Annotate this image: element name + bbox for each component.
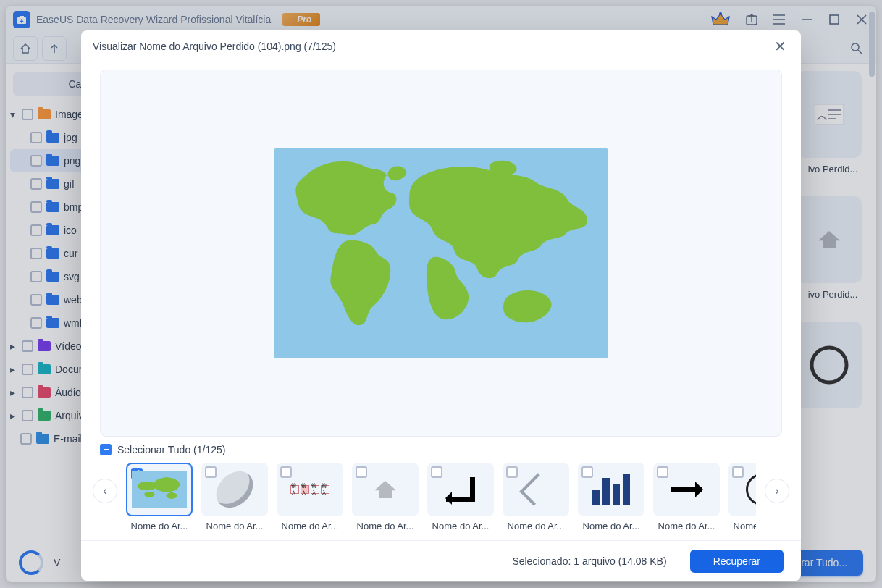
thumbnail-label: Nome do Ar... <box>503 521 569 532</box>
selection-status: Selecionado: 1 arquivo (14.08 KB) <box>512 555 666 567</box>
thumbnail-checkbox[interactable] <box>356 466 367 478</box>
thumbnail-label: Nome do Ar... <box>728 521 756 532</box>
filmstrip: ‹ Nome do Ar...Nome do Ar...输入输入输入输入Nome… <box>81 458 801 540</box>
recover-button[interactable]: Recuperar <box>690 550 784 573</box>
thumbnail-label: Nome do Ar... <box>352 521 419 532</box>
thumbnail[interactable]: Nome do Ar... <box>201 463 268 532</box>
select-all-checkbox[interactable] <box>100 444 112 455</box>
thumbnail-image[interactable] <box>578 463 644 516</box>
thumbnail[interactable]: iNome do Ar... <box>728 463 756 532</box>
thumbnail-label: Nome do Ar... <box>653 521 720 532</box>
filmstrip-prev-button[interactable]: ‹ <box>93 479 117 503</box>
thumbnail[interactable]: Nome do Ar... <box>126 463 193 532</box>
thumbnail[interactable]: 输入输入输入输入Nome do Ar... <box>277 463 343 532</box>
modal-title: Visualizar Nome do Arquivo Perdido (104)… <box>93 41 336 52</box>
thumbnail-image[interactable]: i <box>728 463 756 516</box>
thumbnail-label: Nome do Ar... <box>126 521 193 532</box>
thumbnail[interactable]: Nome do Ar... <box>352 463 419 532</box>
thumbnail-image[interactable] <box>427 463 494 516</box>
thumbnail-label: Nome do Ar... <box>277 521 343 532</box>
preview-area <box>100 70 782 437</box>
preview-modal: Visualizar Nome do Arquivo Perdido (104)… <box>81 30 801 581</box>
modal-header: Visualizar Nome do Arquivo Perdido (104)… <box>81 30 801 62</box>
thumbnail[interactable]: Nome do Ar... <box>653 463 720 532</box>
thumbnail-checkbox[interactable] <box>506 466 518 478</box>
filmstrip-next-button[interactable]: › <box>765 479 789 503</box>
thumbnail[interactable]: Nome do Ar... <box>578 463 644 532</box>
thumbnail[interactable]: Nome do Ar... <box>427 463 494 532</box>
thumbnail-checkbox[interactable] <box>657 466 668 478</box>
thumbnail-checkbox[interactable] <box>581 466 593 478</box>
thumbnail[interactable]: Nome do Ar... <box>503 463 569 532</box>
thumbnail-image[interactable] <box>503 463 569 516</box>
thumbnail-image[interactable] <box>653 463 720 516</box>
thumbnail-checkbox[interactable] <box>205 466 217 478</box>
select-all-label: Selecionar Tudo (1/125) <box>117 444 225 455</box>
thumbnail-label: Nome do Ar... <box>427 521 494 532</box>
thumbnail-label: Nome do Ar... <box>578 521 644 532</box>
thumbnail-image[interactable]: 输入输入输入输入 <box>277 463 343 516</box>
modal-footer: Selecionado: 1 arquivo (14.08 KB) Recupe… <box>81 540 801 581</box>
thumbnail-checkbox[interactable] <box>280 466 292 478</box>
thumbnail-checkbox[interactable] <box>431 466 442 478</box>
thumbnail-image[interactable] <box>201 463 268 516</box>
select-all-row[interactable]: Selecionar Tudo (1/125) <box>81 441 801 458</box>
modal-close-button[interactable]: ✕ <box>770 37 789 56</box>
thumbnail-image[interactable] <box>352 463 419 516</box>
thumbnail-image[interactable] <box>126 463 193 516</box>
thumbnail-checkbox[interactable] <box>732 466 744 478</box>
preview-image <box>274 148 608 358</box>
thumbnail-label: Nome do Ar... <box>201 521 268 532</box>
